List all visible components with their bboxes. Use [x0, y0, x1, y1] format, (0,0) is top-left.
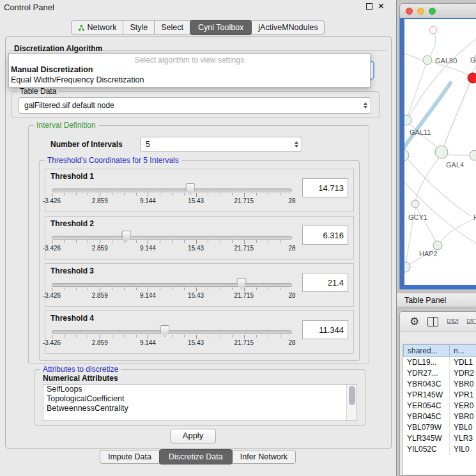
tab-discretize-data[interactable]: Discretize Data	[159, 449, 233, 464]
network-node[interactable]	[404, 262, 410, 272]
table-cell: YPR1	[450, 390, 476, 401]
table-cell: YLR345W	[403, 433, 450, 444]
slider-track[interactable]	[52, 188, 292, 192]
column-selector-icon[interactable]	[427, 317, 438, 326]
slider-track[interactable]	[52, 283, 292, 287]
table-row[interactable]: YBL079WYBL0	[403, 422, 476, 433]
dropdown-option[interactable]: Manual Discretization	[11, 65, 365, 74]
scrollbar-thumb[interactable]	[349, 386, 355, 405]
table-data-combobox[interactable]: galFiltered.sif default node	[19, 97, 371, 114]
tab-infer-network[interactable]: Infer Network	[232, 450, 296, 464]
table-row[interactable]: YER054CYER0	[403, 401, 476, 411]
network-window-titlebar[interactable]	[399, 3, 476, 18]
slider-track[interactable]	[52, 236, 292, 240]
table-row[interactable]: YDL19...YDL1	[403, 357, 476, 368]
network-node[interactable]	[468, 73, 476, 83]
threshold-label: Threshold 1	[50, 172, 94, 181]
table-cell: YER054C	[403, 401, 450, 411]
attributes-group: Attributes to discretize Numerical Attri…	[35, 369, 365, 426]
table-cell: YBR0	[450, 411, 476, 422]
scale-label: 15.43	[188, 339, 204, 346]
table-row[interactable]: YLR345WYLR3	[403, 433, 476, 444]
float-window-icon[interactable]	[366, 3, 372, 10]
close-traffic-light-icon[interactable]	[406, 8, 413, 15]
list-item[interactable]: BetweennessCentrality	[43, 404, 357, 413]
scale-label: -3.426	[43, 339, 61, 346]
threshold-value-field[interactable]	[302, 320, 348, 339]
network-node[interactable]	[433, 241, 442, 250]
table-row[interactable]: YDR27...YDR2	[403, 368, 476, 379]
table-body: YDL19...YDL1YDR27...YDR2YBR043CYBR0YPR14…	[403, 357, 476, 455]
scale-label: 2.859	[92, 245, 108, 252]
table-cell: YIL0	[450, 444, 476, 455]
deselect-checkboxes-icon[interactable]: ☑☐	[466, 318, 476, 326]
thresholds-group-title: Threshold's Coordinates for 5 Intervals	[45, 156, 181, 165]
table-data-combobox-value: galFiltered.sif default node	[24, 101, 114, 110]
threshold-label: Threshold 2	[50, 219, 94, 228]
threshold-value-field[interactable]	[302, 178, 348, 197]
tab-impute-data[interactable]: Impute Data	[100, 450, 160, 464]
table-row[interactable]: YIL052CYIL0	[403, 444, 476, 455]
column-header[interactable]: shared...	[403, 344, 450, 357]
threshold-value-field[interactable]	[302, 226, 348, 245]
scale-label: 9.144	[140, 245, 156, 252]
select-all-checkboxes-icon[interactable]: ☑☑	[447, 318, 458, 326]
control-panel-window: Control Panel ✕ Network Style Select Cyn…	[0, 0, 397, 476]
list-item[interactable]: TopologicalCoefficient	[43, 394, 357, 404]
numerical-attributes-list[interactable]: SelfLoopsTopologicalCoefficientBetweenne…	[43, 384, 357, 421]
table-panel-title: Table Panel	[404, 296, 446, 305]
network-canvas[interactable]: GAL80GAGAL11GAL4GCY1HHAP2	[404, 19, 476, 285]
list-item[interactable]: SelfLoops	[43, 385, 357, 394]
network-node[interactable]	[429, 26, 437, 34]
interval-definition-group: Interval Definition Number of Intervals …	[28, 125, 369, 364]
table-cell: YLR3	[450, 433, 476, 444]
tab-select[interactable]: Select	[154, 20, 190, 35]
zoom-traffic-light-icon[interactable]	[429, 8, 436, 15]
tab-cyni-toolbox-label: Cyni Toolbox	[198, 23, 243, 32]
table-row[interactable]: YBR043CYBR0	[403, 379, 476, 390]
table-row[interactable]: YPR145WYPR1	[403, 390, 476, 401]
network-node-label: GA	[470, 56, 476, 64]
table-cell: YDL19...	[403, 357, 450, 368]
table-cell: YER0	[450, 401, 476, 411]
dropdown-option[interactable]: Equal Width/Frequency Discretization	[11, 75, 365, 84]
minimize-traffic-light-icon[interactable]	[417, 8, 424, 15]
slider-track[interactable]	[52, 330, 292, 334]
network-node[interactable]	[411, 200, 419, 208]
network-node[interactable]	[423, 56, 432, 65]
network-view-frame: GAL80GAGAL11GAL4GCY1HHAP2	[399, 18, 476, 289]
tab-cyni-toolbox[interactable]: Cyni Toolbox	[190, 20, 252, 35]
network-view-window: GAL80GAGAL11GAL4GCY1HHAP2	[399, 3, 476, 289]
network-node-label: HAP2	[419, 250, 438, 257]
number-of-intervals-value: 5	[146, 140, 150, 149]
table-data-group-title: Table Data	[17, 87, 59, 96]
threshold-value-field[interactable]	[302, 273, 348, 292]
control-panel-titlebar: Control Panel ✕	[0, 0, 396, 14]
tab-network[interactable]: Network	[71, 20, 124, 35]
column-header[interactable]: n...	[450, 344, 476, 357]
apply-button[interactable]: Apply	[170, 429, 216, 443]
table-cell: YDR27...	[403, 368, 450, 379]
close-icon[interactable]: ✕	[378, 3, 385, 10]
network-node[interactable]	[435, 146, 448, 158]
network-nodes-layer: GAL80GAGAL11GAL4GCY1HHAP2	[404, 26, 476, 272]
table-row[interactable]: YBR045CYBR0	[403, 411, 476, 422]
gear-icon[interactable]: ⚙	[410, 316, 419, 327]
threshold-slider[interactable]	[52, 325, 292, 339]
threshold-label: Threshold 4	[50, 314, 94, 323]
scale-label: 21.715	[234, 339, 254, 346]
scale-label: -3.426	[43, 292, 61, 299]
network-node[interactable]	[404, 115, 411, 125]
threshold-slider[interactable]	[52, 231, 292, 245]
table-cell: YDL1	[450, 357, 476, 368]
threshold-row: Threshold 4 -3.4262.8599.14415.4321.7152…	[45, 311, 354, 354]
threshold-slider[interactable]	[52, 278, 292, 292]
tab-jactivemodules-label: jActiveMNodules	[258, 23, 318, 32]
network-node[interactable]	[470, 150, 476, 160]
tab-jactivemodules[interactable]: jActiveMNodules	[251, 20, 325, 35]
table-panel-bar[interactable]: Table Panel	[397, 293, 476, 307]
tab-style[interactable]: Style	[123, 20, 155, 35]
number-of-intervals-combobox[interactable]: 5	[140, 137, 302, 152]
list-scrollbar[interactable]	[346, 385, 357, 420]
threshold-slider[interactable]	[52, 183, 292, 197]
